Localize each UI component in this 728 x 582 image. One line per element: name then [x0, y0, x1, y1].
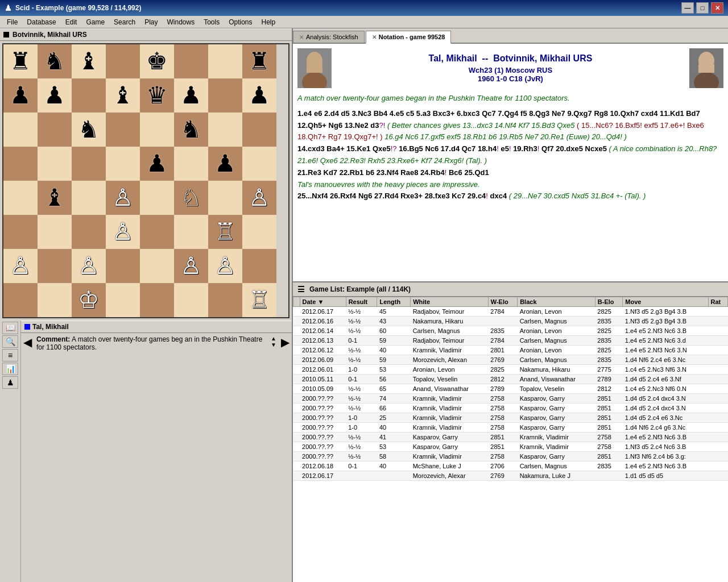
- menu-item-database[interactable]: Database: [22, 17, 60, 27]
- chess-cell-2-2[interactable]: ♞: [72, 113, 106, 147]
- scroll-down-btn[interactable]: ▼: [271, 342, 276, 348]
- chess-cell-5-7[interactable]: [242, 215, 276, 249]
- scroll-up-btn[interactable]: ▲: [271, 335, 276, 342]
- col-icon[interactable]: [293, 297, 300, 307]
- prev-move-button[interactable]: ◀: [21, 333, 34, 582]
- menu-item-options[interactable]: Options: [224, 17, 257, 27]
- table-row[interactable]: 2012.06.17Morozevich, Alexar2769Nakamura…: [293, 471, 728, 481]
- chess-cell-2-3[interactable]: [106, 113, 140, 147]
- menu-item-windows[interactable]: Windows: [162, 17, 199, 27]
- chess-cell-2-7[interactable]: [242, 113, 276, 147]
- menu-item-search[interactable]: Search: [109, 17, 140, 27]
- table-row[interactable]: 2012.06.180-140McShane, Luke J2706Carlse…: [293, 462, 728, 471]
- menu-item-tools[interactable]: Tools: [199, 17, 224, 27]
- table-row[interactable]: 2012.06.16½-½43Nakamura, HikaruCarlsen, …: [293, 317, 728, 326]
- menu-item-game[interactable]: Game: [81, 17, 109, 27]
- move-text-5[interactable]: 19.Rh3: [513, 144, 537, 153]
- chess-cell-6-1[interactable]: [38, 249, 72, 283]
- menu-item-help[interactable]: Help: [257, 17, 280, 27]
- moves-paragraph-2[interactable]: 14.cxd3 Ba4+ 15.Ke1 Qxe5!? 16.Bg5 Nc6 17…: [297, 143, 723, 167]
- chess-cell-6-7[interactable]: [242, 249, 276, 283]
- chess-cell-5-5[interactable]: [174, 215, 208, 249]
- chess-cell-7-3[interactable]: [106, 283, 140, 317]
- table-row[interactable]: 2010.05.09½-½65Anand, Viswanathar2789Top…: [293, 384, 728, 394]
- game-table[interactable]: Date ▼ Result Length White W-Elo Black B…: [293, 297, 728, 582]
- chess-cell-1-3[interactable]: ♝: [106, 78, 140, 113]
- col-length[interactable]: Length: [377, 297, 411, 307]
- chess-cell-1-0[interactable]: ♟: [3, 78, 38, 113]
- moves-paragraph-3[interactable]: 21.Re3 Kd7 22.Rb1 b6 23.Nf4 Rae8 24.Rb4!…: [297, 167, 723, 179]
- col-b-elo[interactable]: B-Elo: [595, 297, 623, 307]
- chess-cell-4-0[interactable]: [3, 181, 38, 215]
- chess-cell-2-1[interactable]: [38, 113, 72, 147]
- col-date[interactable]: Date ▼: [300, 297, 346, 307]
- col-white[interactable]: White: [411, 297, 489, 307]
- col-w-elo[interactable]: W-Elo: [488, 297, 517, 307]
- tab-notation[interactable]: ✕ Notation - game 99528: [366, 31, 452, 44]
- chess-cell-6-0[interactable]: ♙: [3, 249, 38, 283]
- chess-cell-5-0[interactable]: [3, 215, 38, 249]
- minimize-button[interactable]: —: [681, 2, 694, 14]
- chess-cell-7-2[interactable]: ♔: [72, 283, 106, 317]
- table-row[interactable]: 2012.06.12½-½40Kramnik, Vladimir2801Aron…: [293, 346, 728, 355]
- chess-cell-4-4[interactable]: [140, 181, 174, 215]
- chess-cell-3-6[interactable]: ♟: [208, 147, 242, 181]
- chess-cell-0-4[interactable]: ♚: [140, 44, 174, 78]
- chess-cell-4-5[interactable]: ♘: [174, 181, 208, 215]
- chess-cell-0-3[interactable]: [106, 44, 140, 78]
- chess-cell-3-4[interactable]: ♟: [140, 147, 174, 181]
- table-row[interactable]: 2010.05.110-156Topalov, Veselin2812Anand…: [293, 375, 728, 384]
- chess-cell-3-5[interactable]: [174, 147, 208, 181]
- chess-cell-5-4[interactable]: [140, 215, 174, 249]
- col-black[interactable]: Black: [518, 297, 595, 307]
- chess-cell-0-2[interactable]: ♝: [72, 44, 106, 78]
- chess-board[interactable]: ♜♞♝♚♜♟♟♝♛♟♟♞♞♟♟♝♙♘♙♙♖♙♙♙♙♔♖: [2, 43, 289, 318]
- table-row[interactable]: 2000.??.??½-½58Kramnik, Vladimir2758Kasp…: [293, 452, 728, 462]
- moves-paragraph[interactable]: 1.e4 e6 2.d4 d5 3.Nc3 Bb4 4.e5 c5 5.a3 B…: [297, 108, 723, 143]
- chess-cell-1-5[interactable]: ♟: [174, 78, 208, 113]
- tab-notation-close[interactable]: ✕: [372, 34, 377, 40]
- table-row[interactable]: 2012.06.130-159Radjabov, Teimour2784Carl…: [293, 336, 728, 346]
- table-row[interactable]: 2012.06.09½-½59Morozevich, Alexan2769Car…: [293, 355, 728, 365]
- chess-cell-6-2[interactable]: ♙: [72, 249, 106, 283]
- chess-cell-0-6[interactable]: [208, 44, 242, 78]
- chess-cell-5-1[interactable]: [38, 215, 72, 249]
- chess-cell-6-5[interactable]: ♙: [174, 249, 208, 283]
- move-text-9[interactable]: 25...Nxf4 26.Rxf4 Ng6 27.Rd4 Rxe3+ 28.fx…: [297, 192, 486, 200]
- menu-item-play[interactable]: Play: [140, 17, 162, 27]
- chess-cell-6-4[interactable]: [140, 249, 174, 283]
- chess-cell-2-6[interactable]: [208, 113, 242, 147]
- chess-cell-2-0[interactable]: [3, 113, 38, 147]
- chess-cell-0-7[interactable]: ♜: [242, 44, 276, 78]
- chess-cell-1-7[interactable]: ♟: [242, 78, 276, 113]
- chess-cell-7-7[interactable]: ♖: [242, 283, 276, 317]
- chess-cell-4-2[interactable]: [72, 181, 106, 215]
- maximize-button[interactable]: □: [696, 2, 709, 14]
- next-move-button[interactable]: ▶: [279, 333, 292, 582]
- chess-cell-0-0[interactable]: ♜: [3, 44, 38, 78]
- table-row[interactable]: 2000.??.??½-½53Kasparov, Garry2851Kramni…: [293, 442, 728, 452]
- table-row[interactable]: 2000.??.??1-025Kramnik, Vladimir2758Kasp…: [293, 413, 728, 423]
- table-row[interactable]: 2000.??.??½-½41Kasparov, Garry2851Kramni…: [293, 433, 728, 442]
- chess-cell-7-5[interactable]: [174, 283, 208, 317]
- chess-cell-7-0[interactable]: [3, 283, 38, 317]
- move-text-2[interactable]: 14.cxd3 Ba4+ 15.Ke1 Qxe5: [297, 144, 391, 153]
- col-move[interactable]: Move: [623, 297, 708, 307]
- move-text-3[interactable]: 16.Bg5 Nc6 17.d4 Qc7 18.h4: [399, 144, 497, 153]
- tab-analysis[interactable]: ✕ Analysis: Stockfish: [293, 31, 365, 43]
- move-text-10[interactable]: dxc4: [490, 192, 507, 200]
- chess-cell-2-5[interactable]: ♞: [174, 113, 208, 147]
- table-row[interactable]: 2012.06.011-053Aronian, Levon2825Nakamur…: [293, 365, 728, 375]
- chess-cell-0-5[interactable]: [174, 44, 208, 78]
- chess-cell-5-6[interactable]: ♖: [208, 215, 242, 249]
- chess-cell-0-1[interactable]: ♞: [38, 44, 72, 78]
- chess-cell-7-6[interactable]: [208, 283, 242, 317]
- table-row[interactable]: 2012.06.14½-½60Carlsen, Magnus2835Aronia…: [293, 326, 728, 336]
- chess-cell-4-1[interactable]: ♝: [38, 181, 72, 215]
- chess-cell-6-3[interactable]: [106, 249, 140, 283]
- chess-cell-4-3[interactable]: ♙: [106, 181, 140, 215]
- table-row[interactable]: 2000.??.??½-½74Kramnik, Vladimir2758Kasp…: [293, 394, 728, 404]
- move-text-6[interactable]: Qf7 20.dxe5 Ncxe5: [541, 144, 607, 153]
- chess-cell-3-0[interactable]: [3, 147, 38, 181]
- move-text-4[interactable]: e5: [500, 144, 508, 153]
